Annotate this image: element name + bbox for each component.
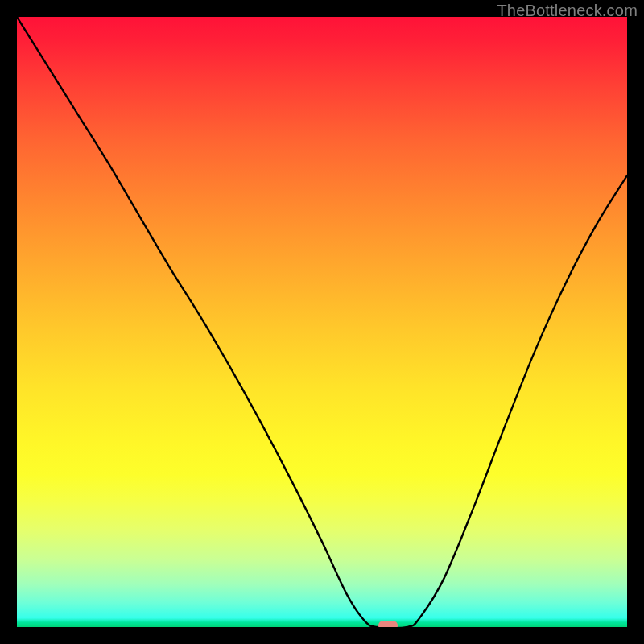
watermark-text: TheBottleneck.com	[497, 2, 638, 20]
bottleneck-curve	[17, 17, 627, 627]
optimal-marker	[378, 621, 398, 627]
chart-frame: TheBottleneck.com	[0, 0, 644, 644]
plot-area	[17, 17, 627, 627]
